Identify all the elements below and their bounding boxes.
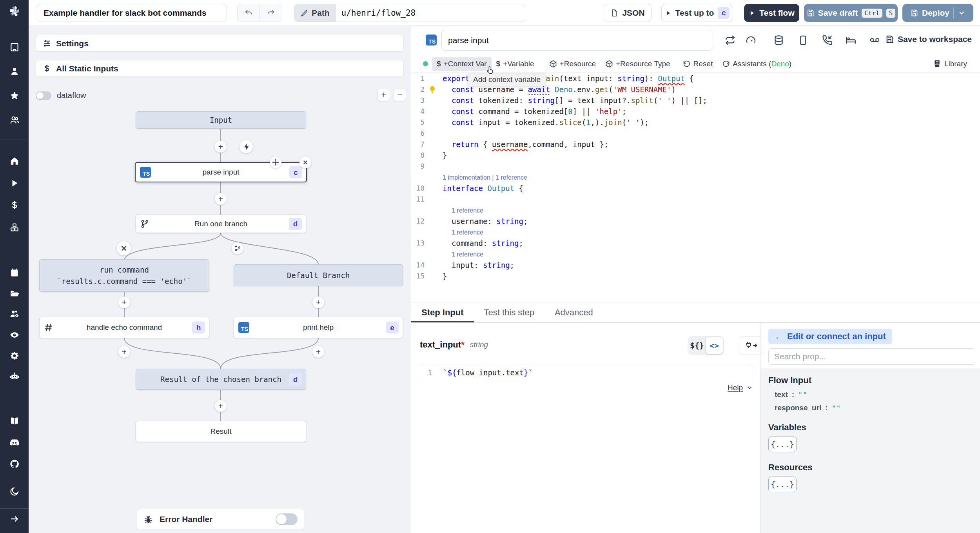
- tab-advanced[interactable]: Advanced: [544, 302, 603, 322]
- add-step-button[interactable]: +: [312, 297, 324, 308]
- code-editor[interactable]: 1export async function main(text_input: …: [411, 73, 960, 282]
- test-up-to-step-badge: c: [718, 7, 730, 19]
- step-name-input[interactable]: parse input: [441, 30, 713, 51]
- trigger-lightning-button[interactable]: [240, 140, 253, 153]
- resources-expand-button[interactable]: {...}: [768, 477, 797, 492]
- test-up-to-button[interactable]: Test up to c: [661, 4, 733, 22]
- all-static-inputs-button[interactable]: All Static Inputs: [36, 60, 404, 77]
- move-node-button[interactable]: [270, 156, 281, 168]
- dark-mode-moon-icon[interactable]: [9, 486, 20, 497]
- node-default-branch[interactable]: Default Branch: [234, 264, 403, 286]
- variables-dollar-icon[interactable]: [9, 200, 20, 210]
- add-context-var-button[interactable]: $+Context Var: [432, 57, 492, 71]
- redo-button[interactable]: [260, 4, 282, 22]
- favorites-star-icon[interactable]: [9, 91, 20, 101]
- error-handler-toggle[interactable]: [276, 513, 298, 525]
- library-button[interactable]: Library: [928, 57, 972, 71]
- node-run-one-branch[interactable]: Run one branch d: [136, 215, 306, 233]
- workers-users-gear-icon[interactable]: [9, 309, 20, 319]
- phone-incoming-icon[interactable]: [822, 35, 833, 45]
- add-resource-button[interactable]: +Resource: [544, 57, 601, 71]
- search-prop-input[interactable]: Search prop...: [768, 348, 975, 365]
- settings-gear-icon[interactable]: [9, 351, 20, 361]
- undo-button[interactable]: [238, 4, 260, 22]
- ai-robot-icon[interactable]: [9, 371, 20, 382]
- resources-boxes-icon[interactable]: [9, 222, 20, 233]
- error-handler-label: Error Handler: [160, 515, 212, 524]
- add-step-button[interactable]: +: [118, 346, 130, 358]
- add-step-button[interactable]: +: [215, 400, 227, 412]
- runs-play-icon[interactable]: [9, 178, 20, 188]
- node-flow-input[interactable]: Input: [136, 111, 306, 129]
- user-icon[interactable]: [9, 66, 20, 76]
- flow-settings-button[interactable]: Settings: [36, 35, 404, 52]
- expand-rail-arrow-icon[interactable]: [9, 514, 20, 524]
- code-mode-button[interactable]: <>: [706, 337, 723, 354]
- groups-icon[interactable]: [9, 115, 20, 125]
- node-parse-input[interactable]: TS parse input c ✕: [135, 162, 307, 182]
- chevron-down-icon[interactable]: [746, 384, 753, 391]
- save-draft-button[interactable]: Save draft CtrlS: [804, 4, 898, 22]
- prop-text[interactable]: text:"": [775, 390, 980, 399]
- node-print-help[interactable]: TS print help e: [234, 317, 403, 338]
- path-input[interactable]: u/henri/flow_28: [336, 8, 421, 18]
- all-static-inputs-label: All Static Inputs: [56, 64, 118, 73]
- zoom-out-button[interactable]: −: [394, 89, 406, 101]
- expression-input[interactable]: 1 `${flow_input.text}`: [420, 364, 753, 381]
- tab-step-input[interactable]: Step Input: [411, 302, 474, 322]
- database-icon[interactable]: [773, 35, 784, 45]
- add-resource-type-button[interactable]: +Resource Type: [601, 57, 675, 71]
- github-icon[interactable]: [9, 459, 20, 469]
- schedules-calendar-icon[interactable]: [9, 267, 20, 278]
- gauge-icon[interactable]: [746, 35, 756, 45]
- home-icon[interactable]: [9, 156, 20, 166]
- bed-icon[interactable]: [846, 35, 856, 45]
- node-run-command-branch[interactable]: run command `results.c.command === 'echo…: [39, 259, 209, 292]
- add-branch-button[interactable]: [232, 242, 243, 254]
- reset-button[interactable]: Reset: [678, 57, 718, 71]
- path-chip[interactable]: Path: [294, 4, 336, 22]
- voicemail-icon[interactable]: [869, 35, 880, 45]
- test-flow-button[interactable]: Test flow: [744, 4, 799, 22]
- branch-icon: [140, 219, 150, 229]
- add-variable-button[interactable]: $+Variable: [492, 57, 539, 71]
- edit-or-connect-button[interactable]: ← Edit or connect an input: [768, 329, 892, 344]
- sync-repeat-icon[interactable]: [725, 35, 735, 45]
- connect-input-button[interactable]: [739, 336, 763, 355]
- add-step-button[interactable]: +: [312, 346, 324, 358]
- dataflow-label: dataflow: [57, 91, 86, 100]
- windmill-logo-icon[interactable]: [6, 3, 23, 20]
- add-step-button[interactable]: +: [215, 141, 227, 153]
- variables-expand-button[interactable]: {...}: [768, 437, 797, 452]
- node-branch-result[interactable]: Result of the chosen branch d: [136, 369, 306, 390]
- delete-node-button[interactable]: ✕: [299, 156, 311, 168]
- dataflow-toggle[interactable]: [36, 91, 51, 100]
- assistants-label: Assistants (Deno): [733, 60, 791, 68]
- assistants-button[interactable]: Assistants (Deno): [717, 57, 796, 71]
- flow-settings-label: Settings: [56, 39, 89, 48]
- add-step-button[interactable]: +: [215, 193, 227, 205]
- remove-branch-button[interactable]: ✕: [117, 241, 131, 255]
- json-button[interactable]: JSON: [604, 4, 652, 22]
- typescript-badge: TS: [426, 35, 437, 45]
- topbar: Example handler for slack bot commands P…: [29, 0, 980, 26]
- folders-icon[interactable]: [9, 288, 20, 298]
- docs-book-icon[interactable]: [9, 416, 20, 427]
- node-handle-echo-command[interactable]: handle echo command h: [39, 317, 209, 338]
- help-link[interactable]: Help: [728, 384, 743, 392]
- tab-test-this-step[interactable]: Test this step: [474, 302, 544, 322]
- discord-icon[interactable]: [9, 437, 20, 448]
- deploy-button[interactable]: Deploy: [902, 4, 973, 22]
- zoom-in-button[interactable]: +: [377, 89, 390, 101]
- save-to-workspace-button[interactable]: Save to workspace: [885, 35, 972, 44]
- prop-response-url[interactable]: response_url:"": [775, 404, 980, 412]
- smartphone-icon[interactable]: [798, 35, 808, 45]
- flow-title-input[interactable]: Example handler for slack bot commands: [37, 4, 227, 22]
- audit-eye-icon[interactable]: [9, 330, 20, 340]
- node-flow-result[interactable]: Result: [136, 421, 306, 442]
- template-mode-button[interactable]: ${}: [688, 337, 706, 354]
- quickfix-lightbulb-icon[interactable]: [428, 85, 438, 95]
- add-variable-label: +Variable: [503, 60, 534, 68]
- add-step-button[interactable]: +: [118, 297, 130, 308]
- workspace-icon[interactable]: [9, 42, 20, 52]
